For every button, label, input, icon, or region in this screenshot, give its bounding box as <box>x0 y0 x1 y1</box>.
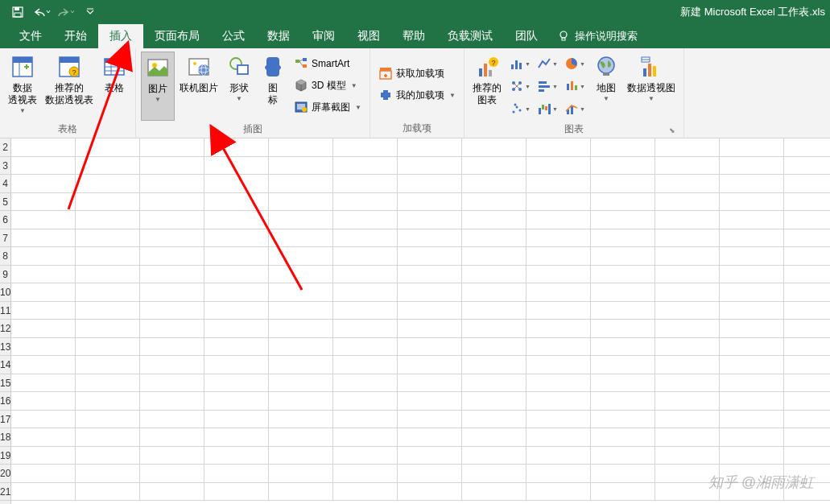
recommended-pivot-button[interactable]: ? 推荐的 数据透视表 <box>42 52 97 121</box>
cell[interactable] <box>11 374 76 392</box>
cell[interactable] <box>333 411 398 428</box>
cell[interactable] <box>204 138 269 156</box>
cell[interactable] <box>140 247 204 265</box>
cell[interactable] <box>11 302 76 320</box>
cell[interactable] <box>140 229 204 247</box>
cell[interactable] <box>204 266 269 283</box>
undo-button[interactable] <box>31 1 53 23</box>
cell[interactable] <box>140 392 204 410</box>
cell[interactable] <box>76 411 140 428</box>
row-header[interactable]: 14 <box>0 356 10 374</box>
cell[interactable] <box>591 428 655 446</box>
cell[interactable] <box>784 447 830 465</box>
tab-data[interactable]: 数据 <box>256 24 301 48</box>
cell[interactable] <box>76 175 140 192</box>
cell[interactable] <box>784 229 830 247</box>
cell[interactable] <box>11 211 76 229</box>
cell[interactable] <box>462 392 526 410</box>
cell[interactable] <box>784 356 830 374</box>
cell[interactable] <box>11 175 76 192</box>
cell[interactable] <box>76 229 140 247</box>
row-header[interactable]: 6 <box>0 211 10 229</box>
cell[interactable] <box>526 392 591 410</box>
cell[interactable] <box>526 283 591 301</box>
row-header[interactable]: 11 <box>0 302 10 320</box>
cell[interactable] <box>720 428 784 446</box>
cell[interactable] <box>526 157 591 175</box>
cell[interactable] <box>655 266 720 283</box>
cell[interactable] <box>526 175 591 192</box>
cell[interactable] <box>398 428 462 446</box>
cell[interactable] <box>11 138 76 156</box>
cell[interactable] <box>462 428 526 446</box>
cell[interactable] <box>398 483 462 501</box>
cell[interactable] <box>591 411 655 428</box>
pivot-table-button[interactable]: 数据 透视表 ▼ <box>5 52 40 121</box>
cell[interactable] <box>655 392 720 410</box>
cell[interactable] <box>655 302 720 320</box>
cell[interactable] <box>11 356 76 374</box>
combo-chart-button[interactable]: ▼ <box>563 98 587 119</box>
cell[interactable] <box>591 283 655 301</box>
cell[interactable] <box>269 266 333 283</box>
cell[interactable] <box>269 211 333 229</box>
scatter-chart-button[interactable]: ▼ <box>508 98 532 119</box>
cell[interactable] <box>76 266 140 283</box>
cell[interactable] <box>784 338 830 356</box>
cell[interactable] <box>76 211 140 229</box>
cell[interactable] <box>76 157 140 175</box>
cell[interactable] <box>11 283 76 301</box>
hierarchy-chart-button[interactable]: ▼ <box>508 76 532 97</box>
cell[interactable] <box>591 138 655 156</box>
tab-help[interactable]: 帮助 <box>391 24 436 48</box>
tab-home[interactable]: 开始 <box>53 24 98 48</box>
cell[interactable] <box>204 338 269 356</box>
cell[interactable] <box>398 138 462 156</box>
cell[interactable] <box>591 465 655 482</box>
row-header[interactable]: 17 <box>0 411 10 429</box>
cell-grid[interactable] <box>11 138 830 504</box>
cell[interactable] <box>591 247 655 265</box>
cell[interactable] <box>11 266 76 283</box>
cell[interactable] <box>76 283 140 301</box>
cell[interactable] <box>462 447 526 465</box>
row-header[interactable]: 16 <box>0 392 10 411</box>
cell[interactable] <box>526 465 591 482</box>
cell[interactable] <box>720 283 784 301</box>
cell[interactable] <box>655 356 720 374</box>
cell[interactable] <box>591 175 655 192</box>
cell[interactable] <box>591 229 655 247</box>
cell[interactable] <box>140 428 204 446</box>
cell[interactable] <box>76 247 140 265</box>
cell[interactable] <box>269 483 333 501</box>
maps-button[interactable]: 地图 ▼ <box>590 52 622 121</box>
cell[interactable] <box>462 465 526 482</box>
recommended-charts-button[interactable]: ? 推荐的 图表 <box>469 52 505 121</box>
cell[interactable] <box>204 374 269 392</box>
smartart-button[interactable]: SmartArt <box>291 53 365 74</box>
cell[interactable] <box>526 138 591 156</box>
cell[interactable] <box>720 157 784 175</box>
my-addins-button[interactable]: 我的加载项 ▼ <box>375 85 459 105</box>
cell[interactable] <box>591 356 655 374</box>
cell[interactable] <box>140 483 204 501</box>
row-header[interactable]: 12 <box>0 320 10 338</box>
cell[interactable] <box>76 447 140 465</box>
pictures-button[interactable]: 图片 ▼ <box>141 52 175 121</box>
cell[interactable] <box>204 447 269 465</box>
cell[interactable] <box>720 138 784 156</box>
cell[interactable] <box>720 447 784 465</box>
row-header[interactable]: 8 <box>0 247 10 266</box>
cell[interactable] <box>398 465 462 482</box>
cell[interactable] <box>526 447 591 465</box>
cell[interactable] <box>204 302 269 320</box>
cell[interactable] <box>333 428 398 446</box>
cell[interactable] <box>398 211 462 229</box>
cell[interactable] <box>76 193 140 211</box>
cell[interactable] <box>655 428 720 446</box>
cell[interactable] <box>526 338 591 356</box>
online-pictures-button[interactable]: 联机图片 <box>176 52 221 121</box>
stat-chart-button[interactable]: ▼ <box>563 76 587 97</box>
cell[interactable] <box>591 302 655 320</box>
row-header[interactable]: 15 <box>0 374 10 393</box>
